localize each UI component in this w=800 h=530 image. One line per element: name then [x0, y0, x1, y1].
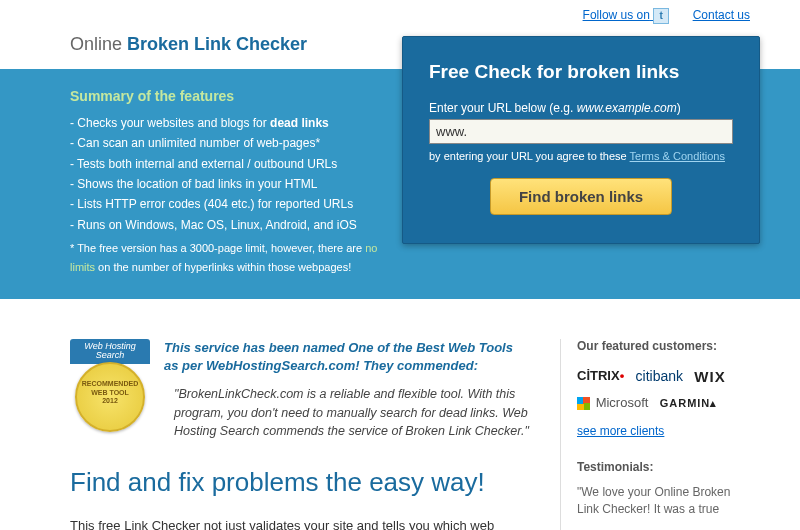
body-text: This free Link Checker not just validate… [70, 516, 530, 530]
feature-item: - Runs on Windows, Mac OS, Linux, Androi… [70, 215, 400, 235]
commend-quote: "BrokenLinkCheck.com is a reliable and f… [164, 385, 530, 441]
logo-citrix: CİTRIX• [577, 364, 624, 389]
contact-link[interactable]: Contact us [693, 8, 750, 22]
twitter-icon: t [653, 8, 669, 24]
customer-logos: CİTRIX• citibank WIX Microsoft GARMIN▴ [577, 363, 750, 416]
award-badge: Web Hosting Search RECOMMENDED WEB TOOL … [70, 339, 150, 429]
follow-link[interactable]: Follow us on t [583, 8, 670, 22]
url-label: Enter your URL below (e.g. www.example.c… [429, 101, 733, 115]
featured-title: Our featured customers: [577, 339, 750, 353]
features-footnote: * The free version has a 3000-page limit… [70, 239, 400, 276]
logo-garmin: GARMIN▴ [660, 393, 718, 414]
feature-item: - Lists HTTP error codes (404 etc.) for … [70, 194, 400, 214]
feature-item: - Tests both internal and external / out… [70, 154, 400, 174]
features-title: Summary of the features [70, 85, 400, 109]
feature-item: - Checks your websites and blogs for dea… [70, 113, 400, 133]
feature-item: - Can scan an unlimited number of web-pa… [70, 133, 400, 153]
terms-text: by entering your URL you agree to these … [429, 150, 733, 162]
check-panel: Free Check for broken links Enter your U… [402, 36, 760, 244]
url-input[interactable] [429, 119, 733, 144]
top-links: Follow us on t Contact us [0, 0, 800, 28]
see-more-clients-link[interactable]: see more clients [577, 424, 664, 438]
feature-item: - Shows the location of bad links in you… [70, 174, 400, 194]
logo-microsoft: Microsoft [577, 391, 648, 416]
logo-wix: WIX [694, 363, 725, 392]
logo-citibank: citibank [636, 363, 683, 390]
check-heading: Free Check for broken links [429, 61, 733, 83]
commend-text: This service has been named One of the B… [164, 339, 530, 375]
terms-link[interactable]: Terms & Conditions [630, 150, 725, 162]
find-links-button[interactable]: Find broken links [490, 178, 672, 215]
testimonials-title: Testimonials: [577, 460, 750, 474]
main-heading: Find and fix problems the easy way! [70, 467, 530, 498]
testimonial-text: "We love your Online Broken Link Checker… [577, 484, 750, 518]
